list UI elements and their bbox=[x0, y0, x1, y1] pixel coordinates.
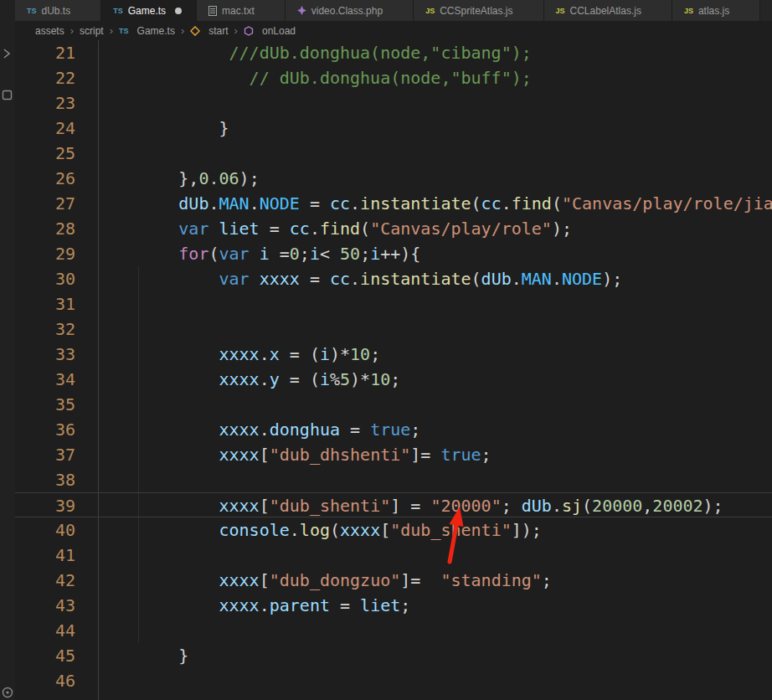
tab-label: dUb.ts bbox=[42, 5, 71, 17]
line-number: 40 bbox=[15, 517, 98, 543]
code-text[interactable]: xxxx.donghua = true; bbox=[98, 417, 772, 442]
code-text[interactable] bbox=[98, 543, 772, 568]
line-number: 28 bbox=[15, 216, 98, 241]
code-text[interactable]: xxxx.parent = liet; bbox=[98, 593, 772, 618]
breadcrumb-label: start bbox=[208, 25, 228, 37]
ts-file-icon: TS bbox=[119, 27, 129, 35]
code-line-38: 38 bbox=[15, 467, 772, 492]
code-text[interactable]: xxxx.x = (i)*10; bbox=[98, 342, 772, 367]
tab-label: mac.txt bbox=[222, 5, 255, 17]
code-text[interactable] bbox=[98, 141, 772, 166]
line-number: 32 bbox=[15, 317, 98, 342]
tab-label: atlas.js bbox=[698, 5, 729, 17]
breadcrumb-label: assets bbox=[35, 25, 64, 37]
square-panel-icon[interactable] bbox=[2, 89, 13, 104]
breadcrumb-label: Game.ts bbox=[137, 25, 175, 37]
code-line-43: 43 xxxx.parent = liet; bbox=[15, 593, 772, 618]
tab-CCLabelAtlas.js[interactable]: JSCCLabelAtlas.js bbox=[544, 0, 672, 21]
js-file-icon: JS bbox=[425, 7, 435, 15]
code-line-41: 41 bbox=[15, 543, 772, 568]
code-text[interactable]: var xxxx = cc.instantiate(dUb.MAN.NODE); bbox=[98, 266, 772, 291]
line-number: 26 bbox=[15, 166, 98, 191]
code-text[interactable]: xxxx["dub_dongzuo"]= "standing"; bbox=[98, 568, 772, 593]
code-line-44: 44 bbox=[15, 618, 772, 643]
breadcrumb-item-start[interactable]: start bbox=[190, 25, 228, 37]
code-line-31: 31 bbox=[15, 291, 772, 317]
modified-dot[interactable] bbox=[171, 8, 186, 14]
code-text[interactable]: for(var i =0;i< 50;i++){ bbox=[98, 241, 772, 266]
tab-mac.txt[interactable]: mac.txt bbox=[197, 0, 286, 21]
code-text[interactable]: ///dUb.donghua(node,"cibang"); bbox=[98, 40, 772, 65]
breadcrumb-separator: › bbox=[234, 24, 238, 37]
code-line-35: 35 bbox=[15, 392, 772, 417]
code-text[interactable]: dUb.MAN.NODE = cc.instantiate(cc.find("C… bbox=[98, 191, 772, 216]
line-number: 35 bbox=[15, 392, 98, 417]
code-text[interactable]: xxxx["dub_shenti"] = "20000"; dUb.sj(200… bbox=[98, 493, 772, 517]
line-number: 39 bbox=[15, 493, 98, 517]
code-text[interactable]: xxxx["dub_dhshenti"]= true; bbox=[98, 442, 772, 467]
breadcrumb-item-Game.ts[interactable]: TSGame.ts bbox=[119, 25, 175, 37]
tab-label: Game.ts bbox=[128, 5, 166, 17]
code-line-45: 45 } bbox=[15, 643, 772, 668]
breadcrumb-item-assets[interactable]: assets bbox=[35, 25, 64, 37]
tab-video.Class.php[interactable]: video.Class.php bbox=[286, 0, 414, 21]
line-number: 21 bbox=[15, 40, 98, 65]
line-number: 44 bbox=[15, 618, 98, 643]
code-line-33: 33 xxxx.x = (i)*10; bbox=[15, 342, 772, 367]
tab-label: CCLabelAtlas.js bbox=[570, 5, 641, 17]
line-number: 29 bbox=[15, 241, 98, 266]
tab-CCSpriteAtlas.js[interactable]: JSCCSpriteAtlas.js bbox=[414, 0, 543, 21]
code-line-21: 21 ///dUb.donghua(node,"cibang"); bbox=[15, 40, 772, 65]
code-line-30: 30 var xxxx = cc.instantiate(dUb.MAN.NOD… bbox=[15, 266, 772, 291]
code-text[interactable] bbox=[98, 668, 772, 693]
breadcrumb-item-onLoad[interactable]: onLoad bbox=[244, 25, 296, 37]
code-text[interactable]: var liet = cc.find("Canvas/play/role"); bbox=[98, 216, 772, 241]
breadcrumb-label: script bbox=[80, 25, 104, 37]
chevron-right-icon[interactable] bbox=[2, 47, 12, 64]
code-line-26: 26 },0.06); bbox=[15, 166, 772, 191]
tab-Game.ts[interactable]: TSGame.ts bbox=[101, 0, 197, 21]
code-text[interactable]: xxxx.y = (i%5)*10; bbox=[98, 367, 772, 392]
code-line-27: 27 dUb.MAN.NODE = cc.instantiate(cc.find… bbox=[15, 191, 772, 216]
code-text[interactable]: } bbox=[98, 116, 772, 141]
line-number: 33 bbox=[15, 342, 98, 367]
line-number: 30 bbox=[15, 266, 98, 291]
breadcrumb-separator: › bbox=[181, 24, 184, 37]
code-text[interactable] bbox=[98, 618, 772, 643]
code-text[interactable] bbox=[98, 392, 772, 417]
code-line-40: 40 console.log(xxxx["dub_shenti"]); bbox=[15, 517, 772, 543]
bottom-partial-gear-icon[interactable] bbox=[2, 685, 13, 700]
code-line-34: 34 xxxx.y = (i%5)*10; bbox=[15, 367, 772, 392]
code-line-32: 32 bbox=[15, 317, 772, 342]
code-text[interactable]: // dUb.donghua(node,"buff"); bbox=[98, 65, 772, 90]
code-line-28: 28 var liet = cc.find("Canvas/play/role"… bbox=[15, 216, 772, 241]
tab-bar: TSdUb.tsTSGame.tsmac.txtvideo.Class.phpJ… bbox=[15, 0, 772, 21]
breadcrumb-item-script[interactable]: script bbox=[80, 25, 104, 37]
ts-file-icon: TS bbox=[27, 7, 37, 15]
line-number: 23 bbox=[15, 90, 98, 116]
line-number: 25 bbox=[15, 141, 98, 166]
activity-bar bbox=[0, 0, 15, 700]
symbol-start-icon bbox=[190, 26, 200, 36]
tab-atlas.js[interactable]: JSatlas.js bbox=[672, 0, 760, 21]
line-number: 43 bbox=[15, 593, 98, 618]
line-number: 41 bbox=[15, 543, 98, 568]
line-number: 31 bbox=[15, 291, 98, 317]
tab-dUb.ts[interactable]: TSdUb.ts bbox=[15, 0, 101, 21]
php-file-icon bbox=[297, 6, 306, 15]
code-text[interactable]: } bbox=[98, 643, 772, 668]
js-file-icon: JS bbox=[556, 7, 565, 15]
code-text[interactable] bbox=[98, 291, 772, 317]
code-line-37: 37 xxxx["dub_dhshenti"]= true; bbox=[15, 442, 772, 467]
code-line-23: 23 bbox=[15, 90, 772, 116]
code-text[interactable]: },0.06); bbox=[98, 166, 772, 191]
ts-file-icon: TS bbox=[113, 7, 123, 15]
line-number: 38 bbox=[15, 467, 98, 492]
code-text[interactable] bbox=[98, 317, 772, 342]
code-text[interactable]: console.log(xxxx["dub_shenti"]); bbox=[98, 517, 772, 543]
code-line-36: 36 xxxx.donghua = true; bbox=[15, 417, 772, 442]
code-text[interactable] bbox=[98, 90, 772, 116]
code-text[interactable] bbox=[98, 467, 772, 492]
code-line-25: 25 bbox=[15, 141, 772, 166]
line-number: 37 bbox=[15, 442, 98, 467]
